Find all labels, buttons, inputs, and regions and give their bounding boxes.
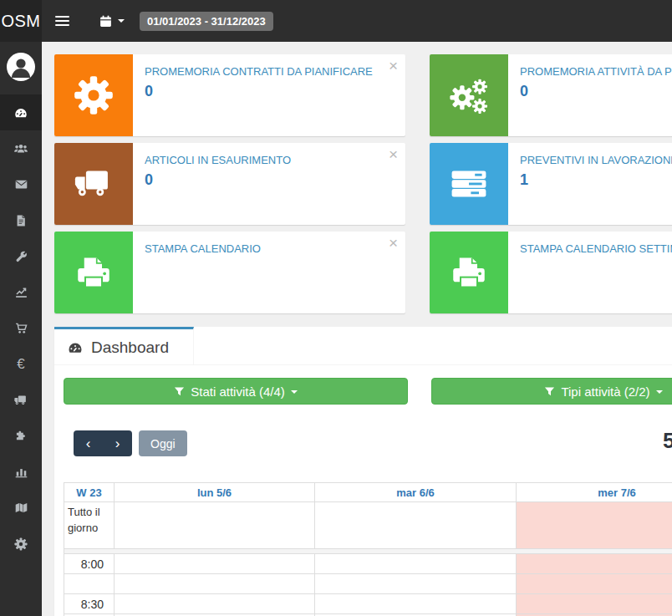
info-box-title[interactable]: ARTICOLI IN ESAURIMENTO xyxy=(145,154,291,166)
users-group-icon xyxy=(13,141,28,156)
info-box-title[interactable]: PREVENTIVI IN LAVORAZIONE xyxy=(520,154,672,166)
sidebar-menu: € xyxy=(0,94,42,562)
filter-funnel-icon xyxy=(544,386,555,397)
all-day-label: Tutto il giorno xyxy=(64,502,115,549)
sidebar-user-panel[interactable] xyxy=(0,42,42,85)
close-icon[interactable]: × xyxy=(389,235,398,251)
dashboard-tachometer-icon xyxy=(67,339,84,356)
info-box-title[interactable]: PROMEMORIA CONTRATTI DA PIANIFICARE xyxy=(145,65,373,78)
truck-icon xyxy=(13,393,28,408)
tab-dashboard[interactable]: Dashboard xyxy=(54,327,194,365)
info-box-articoli-esaurimento: ARTICOLI IN ESAURIMENTO 0 × xyxy=(54,143,405,225)
truck-icon xyxy=(54,143,133,225)
info-box-value: 0 xyxy=(145,171,291,189)
app-logo[interactable]: OSM xyxy=(0,0,42,42)
sidebar-item-logistics[interactable] xyxy=(0,382,42,418)
gear-icon xyxy=(54,54,133,136)
day-header-mar[interactable]: mar 6/6 xyxy=(315,483,517,502)
sidebar-item-statistics[interactable] xyxy=(0,454,42,490)
shopping-cart-icon xyxy=(14,321,28,335)
week-number-header[interactable]: W 23 xyxy=(64,483,115,502)
time-slot-cell[interactable] xyxy=(115,574,315,594)
gear-icon xyxy=(14,537,28,551)
info-box-value: 1 xyxy=(520,171,672,189)
tipi-attivita-filter-button[interactable]: Tipi attività (2/2) xyxy=(431,378,672,405)
info-box-title[interactable]: STAMPA CALENDARIO SETTIMANALE xyxy=(520,242,672,255)
info-box-stampa-calendario-settimanale: STAMPA CALENDARIO SETTIMANALE × xyxy=(430,232,672,313)
sidebar-item-tools[interactable] xyxy=(0,238,42,274)
dashboard-tab-content: Stati attività (4/4) Tipi attività (2/2)… xyxy=(54,365,672,616)
all-day-cell-today[interactable] xyxy=(517,502,672,549)
time-slot-cell[interactable] xyxy=(315,594,517,614)
day-header-mer[interactable]: mer 7/6 xyxy=(517,483,672,502)
gears-icon xyxy=(430,54,508,136)
dashboard-widget: Dashboard Stati attività (4/4) Tipi atti… xyxy=(54,327,672,616)
today-button[interactable]: Oggi xyxy=(139,430,187,456)
info-box-title[interactable]: PROMEMORIA ATTIVITÀ DA PIANIFICARE xyxy=(520,65,672,78)
all-day-cell[interactable] xyxy=(115,502,315,549)
filter-button-row: Stati attività (4/4) Tipi attività (2/2) xyxy=(64,378,672,405)
tab-label: Dashboard xyxy=(91,339,169,357)
sidebar-item-documents[interactable] xyxy=(0,202,42,238)
sidebar-item-dashboard[interactable] xyxy=(0,94,42,130)
tab-bar: Dashboard xyxy=(54,327,672,365)
all-day-row: Tutto il giorno xyxy=(64,502,672,549)
info-box-value: 0 xyxy=(145,83,373,100)
calendar-nav-group: ‹ › xyxy=(74,430,132,456)
time-slot-cell[interactable] xyxy=(315,554,517,574)
sidebar-item-users[interactable] xyxy=(0,130,42,166)
info-box-title[interactable]: STAMPA CALENDARIO xyxy=(145,242,261,255)
chevron-down-icon xyxy=(118,19,125,23)
print-icon xyxy=(430,232,508,313)
filter-funnel-icon xyxy=(174,386,185,397)
sidebar-item-maps[interactable] xyxy=(0,490,42,526)
time-slot-cell-today[interactable] xyxy=(517,594,672,614)
info-box-promemoria-contratti: PROMEMORIA CONTRATTI DA PIANIFICARE 0 × xyxy=(54,54,405,136)
info-box-promemoria-attivita: PROMEMORIA ATTIVITÀ DA PIANIFICARE 0 × xyxy=(430,54,672,136)
server-icon xyxy=(430,143,508,225)
time-row-0800: 8:00 xyxy=(64,554,672,574)
chevron-down-icon xyxy=(291,390,298,394)
sidebar-item-modules[interactable] xyxy=(0,418,42,454)
calendar-next-button[interactable]: › xyxy=(103,430,132,456)
wrench-icon xyxy=(14,249,28,263)
calendar-title: 5 xyxy=(663,428,672,454)
time-row-0830: 8:30 xyxy=(64,594,672,614)
info-box-value: 0 xyxy=(520,83,672,100)
hamburger-icon xyxy=(55,16,69,18)
sidebar-item-finance[interactable]: € xyxy=(0,346,42,382)
calendar-header-row: W 23 lun 5/6 mar 6/6 mer 7/6 xyxy=(64,483,672,502)
info-box-grid: PROMEMORIA CONTRATTI DA PIANIFICARE 0 × … xyxy=(54,54,672,313)
calendar-icon xyxy=(99,14,113,28)
time-slot-cell-today[interactable] xyxy=(517,574,672,594)
time-axis-cell xyxy=(64,574,115,594)
envelope-icon xyxy=(14,177,28,191)
filter-button-label: Stati attività (4/4) xyxy=(191,384,285,399)
calendar-toolbar: ‹ › Oggi 5 xyxy=(64,430,672,456)
filter-button-label: Tipi attività (2/2) xyxy=(561,384,649,399)
day-header-lun[interactable]: lun 5/6 xyxy=(115,483,315,502)
date-range-badge[interactable]: 01/01/2023 - 31/12/2023 xyxy=(140,12,273,31)
sidebar-item-mail[interactable] xyxy=(0,166,42,202)
time-slot-cell[interactable] xyxy=(115,594,315,614)
sidebar-toggle-button[interactable] xyxy=(43,0,80,42)
calendar-dropdown-button[interactable] xyxy=(99,14,125,28)
document-icon xyxy=(14,214,28,227)
close-icon[interactable]: × xyxy=(389,58,398,74)
all-day-cell[interactable] xyxy=(315,502,517,549)
close-icon[interactable]: × xyxy=(389,146,398,162)
sidebar-item-sales[interactable] xyxy=(0,310,42,346)
time-slot-cell[interactable] xyxy=(315,574,517,594)
stati-attivita-filter-button[interactable]: Stati attività (4/4) xyxy=(64,378,408,405)
sidebar-item-reports[interactable] xyxy=(0,274,42,310)
time-row-minor xyxy=(64,574,672,594)
time-label: 8:00 xyxy=(64,554,115,574)
time-slot-cell[interactable] xyxy=(115,554,315,574)
time-slot-cell-today[interactable] xyxy=(517,554,672,574)
calendar-prev-button[interactable]: ‹ xyxy=(74,430,103,456)
sidebar-item-settings[interactable] xyxy=(0,526,42,562)
bar-chart-icon xyxy=(14,465,28,479)
dashboard-tachometer-icon xyxy=(13,105,28,120)
sidebar: € xyxy=(0,42,42,616)
info-box-stampa-calendario: STAMPA CALENDARIO × xyxy=(54,232,405,313)
